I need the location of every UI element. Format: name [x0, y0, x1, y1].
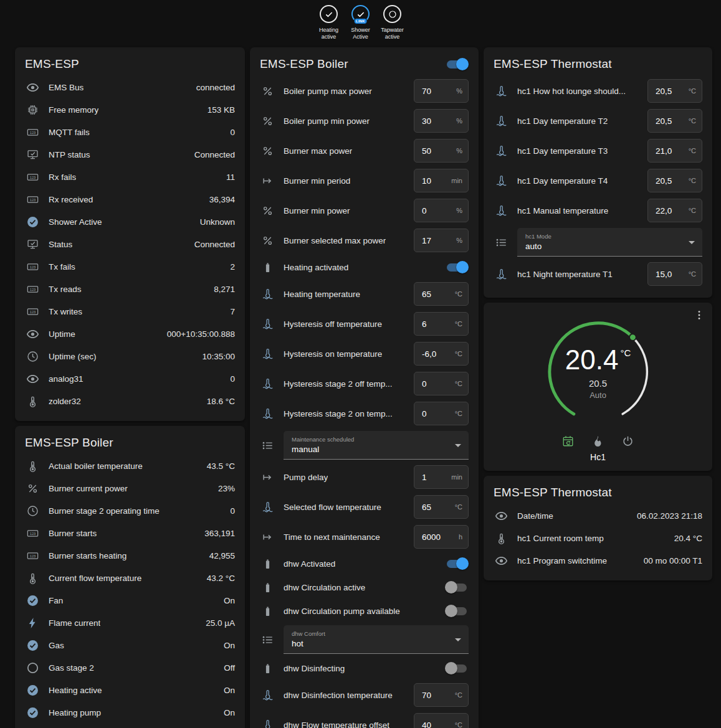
dial-readout: 20.4°C 20.5 Auto	[540, 314, 656, 430]
list-icon	[494, 236, 509, 249]
number-value: 30	[422, 116, 454, 126]
select-input[interactable]: hc1 Modeauto	[517, 228, 702, 257]
number-input[interactable]: 17%	[414, 229, 469, 252]
entity-row[interactable]: GasOn	[25, 634, 235, 656]
entity-name: Time to next maintenance	[284, 532, 380, 542]
entity-row: Heating activated	[260, 255, 469, 279]
entity-value: 2	[224, 262, 235, 272]
counter-icon: 123	[25, 549, 40, 562]
entity-row[interactable]: hc1 Program switchtime00 mo 00:00 T1	[494, 549, 702, 572]
entity-row[interactable]: 123Tx writes7	[25, 300, 235, 323]
power-icon[interactable]	[621, 435, 634, 448]
toggle-switch[interactable]	[445, 605, 469, 617]
network-check-icon	[25, 238, 40, 251]
number-input[interactable]: 70°C	[414, 683, 469, 707]
toggle-switch[interactable]	[445, 581, 469, 593]
number-input[interactable]: 20,5°C	[647, 79, 702, 103]
battery-icon	[260, 605, 275, 618]
toggle-switch[interactable]	[445, 662, 469, 674]
number-input[interactable]: 6000h	[414, 525, 469, 549]
entity-row[interactable]: EMS Busconnected	[25, 76, 235, 98]
status-badge[interactable]: LINK Shower Active	[346, 5, 375, 41]
percent-icon	[260, 204, 275, 217]
entity-row[interactable]: Heating pumpOn	[25, 701, 235, 724]
entity-row[interactable]: Shower ActiveUnknown	[25, 210, 235, 233]
fire-icon[interactable]	[591, 435, 604, 448]
entity-value: 23%	[212, 484, 235, 493]
entity-row[interactable]: Date/time06.02.2023 21:18	[494, 504, 702, 527]
number-input[interactable]: 70%	[414, 79, 469, 103]
status-badge[interactable]: Tapwater active	[378, 5, 407, 41]
number-value: 70	[422, 87, 454, 96]
entity-row[interactable]: Uptime000+10:35:00.888	[25, 323, 235, 345]
entity-value: 0	[224, 128, 235, 137]
number-input[interactable]: -6,0°C	[414, 342, 469, 366]
select-input[interactable]: Maintenance scheduledmanual	[284, 431, 469, 460]
number-input[interactable]: 1min	[414, 465, 469, 489]
counter-icon: 123	[25, 260, 40, 273]
number-input[interactable]: 22,0°C	[647, 199, 702, 222]
entity-name: dhw Circulation pump available	[284, 607, 400, 616]
entity-row: Hysteresis on temperature-6,0°C	[260, 339, 469, 369]
number-input[interactable]: 40°C	[414, 713, 469, 728]
entity-row[interactable]: 123Rx received36,394	[25, 188, 235, 210]
entity-row[interactable]: Uptime (sec)10:35:00	[25, 345, 235, 367]
entity-row[interactable]: Flame current25.0 µA	[25, 612, 235, 634]
entity-name: Uptime	[49, 329, 75, 339]
entity-row[interactable]: Current flow temperature43.2 °C	[25, 567, 235, 589]
clock-icon	[25, 504, 40, 518]
entity-row[interactable]: Gas stage 2Off	[25, 656, 235, 679]
number-input[interactable]: 0°C	[414, 402, 469, 425]
thermometer-icon	[494, 532, 509, 545]
entity-value: 20.4 °C	[668, 534, 702, 543]
counter-icon: 123	[25, 126, 40, 139]
check-circle-icon	[320, 5, 338, 23]
entity-row[interactable]: 123Tx reads8,271	[25, 278, 235, 300]
number-input[interactable]: 65°C	[414, 282, 469, 306]
circle-outline-icon	[25, 661, 40, 674]
entity-row[interactable]: hc1 Current room temp20.4 °C	[494, 527, 702, 549]
toggle-switch[interactable]	[445, 261, 469, 273]
entity-row: Hysteresis off temperature6°C	[260, 309, 469, 339]
entity-row[interactable]: 123Rx fails11	[25, 166, 235, 188]
number-input[interactable]: 6°C	[414, 312, 469, 336]
entity-row[interactable]: 123Burner starts363,191	[25, 522, 235, 544]
unit-label: %	[454, 87, 462, 95]
battery-icon	[260, 557, 275, 570]
status-badge[interactable]: Heating active	[315, 5, 343, 41]
select-input[interactable]: dhw Comforthot	[284, 625, 469, 654]
number-input[interactable]: 15,0°C	[647, 262, 702, 286]
entity-name: Burner max power	[284, 146, 352, 156]
number-input[interactable]: 65°C	[414, 495, 469, 519]
more-options-icon[interactable]	[691, 308, 707, 324]
entity-row[interactable]: 123Tx fails2	[25, 255, 235, 278]
entity-row[interactable]: Heating activeOn	[25, 679, 235, 701]
percent-icon	[260, 234, 275, 247]
number-input[interactable]: 50%	[414, 139, 469, 163]
number-input[interactable]: 10min	[414, 169, 469, 192]
entity-row[interactable]: Free memory153 KB	[25, 98, 235, 121]
number-input[interactable]: 0%	[414, 199, 469, 222]
entity-row[interactable]: analog310	[25, 367, 235, 390]
calendar-sync-icon[interactable]	[561, 435, 575, 448]
thermostat-dial[interactable]: 20.4°C 20.5 Auto	[540, 314, 656, 430]
number-value: -6,0	[422, 349, 452, 359]
entity-name: Free memory	[49, 105, 98, 115]
entity-row[interactable]: FanOn	[25, 589, 235, 612]
card-power-toggle[interactable]	[445, 58, 469, 70]
entity-row[interactable]: Burner stage 2 operating time0	[25, 499, 235, 522]
entity-row[interactable]: StatusConnected	[25, 233, 235, 255]
entity-row[interactable]: zolder3218.6 °C	[25, 390, 235, 412]
number-input[interactable]: 30%	[414, 109, 469, 133]
entity-row[interactable]: Actual boiler temperature43.5 °C	[25, 455, 235, 477]
entity-row[interactable]: 123MQTT fails0	[25, 121, 235, 143]
entity-value: 36,394	[203, 195, 235, 204]
number-input[interactable]: 21,0°C	[647, 139, 702, 163]
entity-row[interactable]: 123Burner starts heating42,955	[25, 544, 235, 567]
number-input[interactable]: 20,5°C	[647, 169, 702, 192]
toggle-switch[interactable]	[445, 557, 469, 570]
number-input[interactable]: 0°C	[414, 372, 469, 395]
number-input[interactable]: 20,5°C	[647, 109, 702, 133]
entity-row[interactable]: NTP statusConnected	[25, 143, 235, 166]
entity-row[interactable]: Burner current power23%	[25, 477, 235, 499]
